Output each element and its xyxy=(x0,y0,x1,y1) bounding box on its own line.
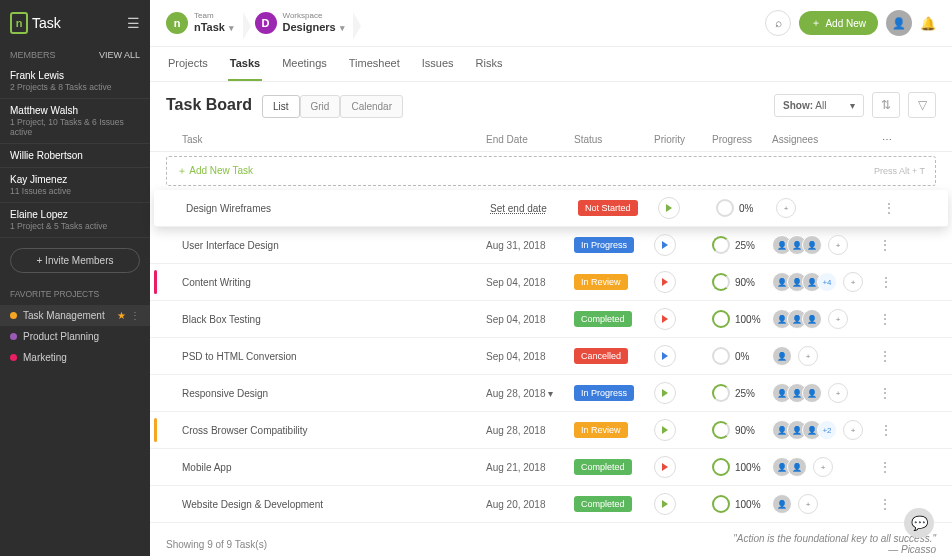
add-assignee-button[interactable]: + xyxy=(828,383,848,403)
column-headers: Task End Date Status Priority Progress A… xyxy=(150,128,952,152)
row-menu-button[interactable]: ⋮ xyxy=(862,385,892,401)
priority-button[interactable] xyxy=(654,345,676,367)
assignee-avatar[interactable]: 👤 xyxy=(802,309,822,329)
task-name: Website Design & Development xyxy=(166,499,486,510)
menu-icon[interactable]: ☰ xyxy=(127,15,140,31)
priority-button[interactable] xyxy=(654,271,676,293)
task-row[interactable]: Cross Browser Compatibility Aug 28, 2018… xyxy=(150,412,952,449)
status-badge[interactable]: In Review xyxy=(574,422,628,438)
row-menu-button[interactable]: ⋮ xyxy=(863,422,893,438)
end-date[interactable]: Aug 28, 2018 xyxy=(486,425,574,436)
priority-button[interactable] xyxy=(654,382,676,404)
invite-members-button[interactable]: + Invite Members xyxy=(10,248,140,273)
task-row[interactable]: Content Writing Sep 04, 2018 In Review 9… xyxy=(150,264,952,301)
member-item[interactable]: Frank Lewis2 Projects & 8 Tasks active xyxy=(0,64,150,99)
assignee-avatar[interactable]: 👤 xyxy=(802,383,822,403)
user-avatar[interactable]: 👤 xyxy=(886,10,912,36)
member-item[interactable]: Matthew Walsh1 Project, 10 Tasks & 6 Iss… xyxy=(0,99,150,144)
priority-button[interactable] xyxy=(654,308,676,330)
status-badge[interactable]: Completed xyxy=(574,459,632,475)
member-item[interactable]: Willie Robertson xyxy=(0,144,150,168)
task-row[interactable]: Responsive Design Aug 28, 2018 ▾ In Prog… xyxy=(150,375,952,412)
end-date[interactable]: Aug 28, 2018 ▾ xyxy=(486,388,574,399)
end-date[interactable]: Set end date xyxy=(490,203,578,214)
favorite-project-item[interactable]: Product Planning xyxy=(0,326,150,347)
assignee-avatar[interactable]: 👤 xyxy=(802,235,822,255)
row-menu-button[interactable]: ⋮ xyxy=(866,200,896,216)
add-assignee-button[interactable]: + xyxy=(798,494,818,514)
chat-button[interactable]: 💬 xyxy=(904,508,934,538)
view-grid-button[interactable]: Grid xyxy=(300,95,341,118)
favorite-project-item[interactable]: Marketing xyxy=(0,347,150,368)
add-assignee-button[interactable]: + xyxy=(828,309,848,329)
workspace-crumb[interactable]: D Workspace Designers ▾ xyxy=(255,12,358,34)
team-crumb[interactable]: n Team nTask ▾ xyxy=(166,12,247,34)
status-badge[interactable]: In Progress xyxy=(574,237,634,253)
priority-button[interactable] xyxy=(654,456,676,478)
end-date[interactable]: Sep 04, 2018 xyxy=(486,277,574,288)
task-row[interactable]: Mobile App Aug 21, 2018 Completed 100% 👤… xyxy=(150,449,952,486)
sort-button[interactable]: ⇅ xyxy=(872,92,900,118)
footer: Showing 9 of 9 Task(s) "Action is the fo… xyxy=(150,523,952,556)
task-row[interactable]: PSD to HTML Conversion Sep 04, 2018 Canc… xyxy=(150,338,952,375)
tab-tasks[interactable]: Tasks xyxy=(228,47,262,81)
task-row[interactable]: Website Design & Development Aug 20, 201… xyxy=(150,486,952,523)
add-assignee-button[interactable]: + xyxy=(843,420,863,440)
assignee-overflow[interactable]: +4 xyxy=(817,272,837,292)
tab-projects[interactable]: Projects xyxy=(166,47,210,81)
bell-icon[interactable]: 🔔 xyxy=(920,16,936,31)
favorite-project-item[interactable]: Task Management★⋮ xyxy=(0,305,150,326)
end-date[interactable]: Aug 20, 2018 xyxy=(486,499,574,510)
task-row[interactable]: Design Wireframes Set end date Not Start… xyxy=(154,190,948,227)
filter-button[interactable]: ▽ xyxy=(908,92,936,118)
app-logo[interactable]: n Task xyxy=(10,12,61,34)
add-task-row[interactable]: ＋ Add New Task Press Alt + T xyxy=(166,156,936,186)
priority-button[interactable] xyxy=(658,197,680,219)
task-row[interactable]: Black Box Testing Sep 04, 2018 Completed… xyxy=(150,301,952,338)
end-date[interactable]: Aug 31, 2018 xyxy=(486,240,574,251)
row-menu-button[interactable]: ⋮ xyxy=(862,348,892,364)
priority-button[interactable] xyxy=(654,234,676,256)
end-date[interactable]: Sep 04, 2018 xyxy=(486,314,574,325)
tab-issues[interactable]: Issues xyxy=(420,47,456,81)
tab-timesheet[interactable]: Timesheet xyxy=(347,47,402,81)
add-assignee-button[interactable]: + xyxy=(776,198,796,218)
end-date[interactable]: Sep 04, 2018 xyxy=(486,351,574,362)
status-badge[interactable]: Cancelled xyxy=(574,348,628,364)
priority-button[interactable] xyxy=(654,419,676,441)
end-date[interactable]: Aug 21, 2018 xyxy=(486,462,574,473)
show-filter-select[interactable]: Show: All ▾ xyxy=(774,94,864,117)
view-list-button[interactable]: List xyxy=(262,95,300,118)
assignee-avatar[interactable]: 👤 xyxy=(772,346,792,366)
column-menu-button[interactable]: ⋯ xyxy=(862,134,892,145)
view-all-link[interactable]: View All xyxy=(99,50,140,60)
assignee-overflow[interactable]: +2 xyxy=(817,420,837,440)
add-assignee-button[interactable]: + xyxy=(843,272,863,292)
tab-meetings[interactable]: Meetings xyxy=(280,47,329,81)
row-menu-button[interactable]: ⋮ xyxy=(863,274,893,290)
status-badge[interactable]: In Progress xyxy=(574,385,634,401)
row-menu-button[interactable]: ⋮ xyxy=(862,311,892,327)
view-calendar-button[interactable]: Calendar xyxy=(340,95,403,118)
status-badge[interactable]: Not Started xyxy=(578,200,638,216)
member-item[interactable]: Elaine Lopez1 Project & 5 Tasks active xyxy=(0,203,150,238)
add-new-button[interactable]: ＋Add New xyxy=(799,11,878,35)
member-item[interactable]: Kay Jimenez11 Issues active xyxy=(0,168,150,203)
task-row[interactable]: User Interface Design Aug 31, 2018 In Pr… xyxy=(150,227,952,264)
status-badge[interactable]: Completed xyxy=(574,311,632,327)
add-assignee-button[interactable]: + xyxy=(798,346,818,366)
project-color-dot xyxy=(10,333,17,340)
add-assignee-button[interactable]: + xyxy=(813,457,833,477)
more-icon[interactable]: ⋮ xyxy=(130,310,140,321)
row-menu-button[interactable]: ⋮ xyxy=(862,496,892,512)
status-badge[interactable]: Completed xyxy=(574,496,632,512)
status-badge[interactable]: In Review xyxy=(574,274,628,290)
assignee-avatar[interactable]: 👤 xyxy=(772,494,792,514)
priority-button[interactable] xyxy=(654,493,676,515)
search-button[interactable]: ⌕ xyxy=(765,10,791,36)
assignee-avatar[interactable]: 👤 xyxy=(787,457,807,477)
row-menu-button[interactable]: ⋮ xyxy=(862,237,892,253)
row-menu-button[interactable]: ⋮ xyxy=(862,459,892,475)
tab-risks[interactable]: Risks xyxy=(474,47,505,81)
add-assignee-button[interactable]: + xyxy=(828,235,848,255)
